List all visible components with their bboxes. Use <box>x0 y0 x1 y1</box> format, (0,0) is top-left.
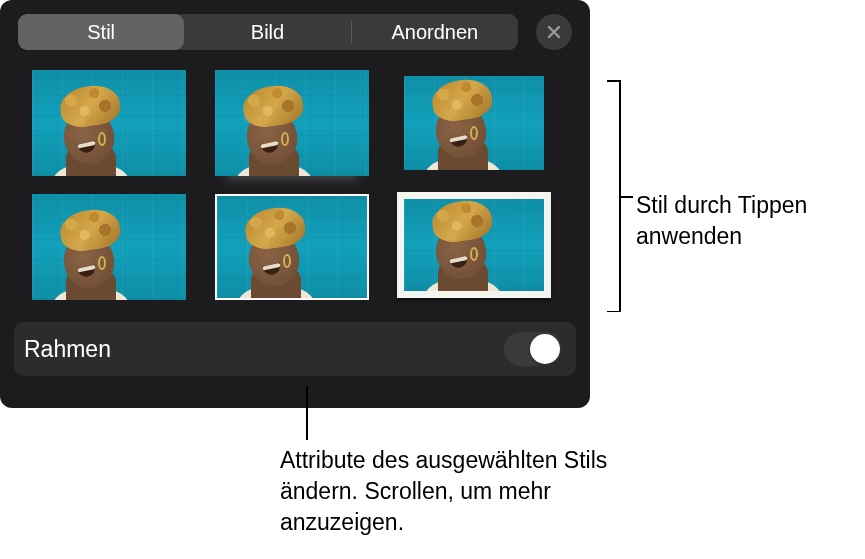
panel-header: Stil Bild Anordnen <box>0 0 590 60</box>
style-option-1[interactable] <box>32 70 186 176</box>
style-option-6[interactable] <box>397 192 551 298</box>
style-option-4[interactable] <box>32 194 186 300</box>
style-option-5[interactable] <box>215 194 369 300</box>
callout-bracket <box>607 80 627 312</box>
close-icon <box>546 24 562 40</box>
tab-image[interactable]: Bild <box>184 14 350 50</box>
style-option-2[interactable] <box>215 70 369 176</box>
frame-row[interactable]: Rahmen <box>14 322 576 376</box>
styles-grid <box>0 60 590 308</box>
tab-image-label: Bild <box>251 21 284 44</box>
tab-style-label: Stil <box>87 21 115 44</box>
frame-label: Rahmen <box>24 336 111 363</box>
callout-attributes: Attribute des ausgewählten Stils ändern.… <box>280 445 670 538</box>
frame-toggle[interactable] <box>504 332 562 366</box>
close-button[interactable] <box>536 14 572 50</box>
tab-arrange-label: Anordnen <box>391 21 478 44</box>
toggle-knob <box>530 334 560 364</box>
tab-arrange[interactable]: Anordnen <box>352 14 518 50</box>
callout-leader-line <box>306 386 308 440</box>
tab-segmented-control: Stil Bild Anordnen <box>18 14 518 50</box>
callout-apply-style: Stil durch Tippen anwenden <box>636 190 856 252</box>
format-panel: Stil Bild Anordnen <box>0 0 590 408</box>
style-option-3[interactable] <box>397 70 551 176</box>
tab-style[interactable]: Stil <box>18 14 184 50</box>
